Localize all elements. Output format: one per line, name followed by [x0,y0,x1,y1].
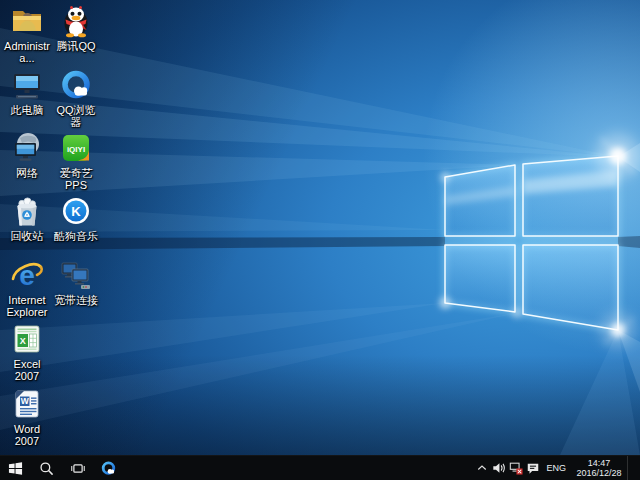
kugou-music-icon: K [59,194,93,228]
desktop-icon-word-2007[interactable]: W Word 2007 [3,387,51,447]
windows-start-icon [8,461,23,476]
this-pc-icon [10,68,44,102]
search-icon [39,461,54,476]
tray-expand-button[interactable] [473,456,490,480]
clock-time: 14:47 [573,458,625,468]
qq-browser-icon [100,460,117,477]
icon-label: 网络 [3,167,51,179]
taskbar: ENG 14:47 2016/12/28 [0,455,640,480]
internet-explorer-icon: e [10,258,44,292]
desktop-icon-recycle-bin[interactable]: 回收站 [3,194,51,242]
language-indicator[interactable]: ENG [541,456,571,480]
task-view-icon [70,461,86,476]
desktop-icon-tencent-qq[interactable]: 腾讯QQ [52,4,100,52]
icon-label: QQ浏览器 [52,104,100,128]
task-view-button[interactable] [62,456,93,480]
icon-label: Excel 2007 [3,358,51,382]
icon-label: 酷狗音乐 [52,230,100,242]
system-tray: ENG 14:47 2016/12/28 [473,456,640,480]
qq-browser-icon [59,68,93,102]
recycle-bin-icon [10,194,44,228]
word-2007-icon: W [10,387,44,421]
taskbar-qq-browser-button[interactable] [93,456,124,480]
iqiyi-pps-icon: iQIYI [59,131,93,165]
action-center-button[interactable] [524,456,541,480]
chevron-up-icon [476,462,488,474]
search-button[interactable] [31,456,62,480]
icon-label: 爱奇艺PPS [52,167,100,191]
action-center-icon [526,461,540,475]
icon-label: 宽带连接 [52,294,100,306]
volume-button[interactable] [490,456,507,480]
broadband-connection-icon [59,258,93,292]
svg-text:W: W [21,396,30,406]
icon-label: 此电脑 [3,104,51,116]
desktop-icon-this-pc[interactable]: 此电脑 [3,68,51,116]
start-button[interactable] [0,456,31,480]
taskbar-clock[interactable]: 14:47 2016/12/28 [571,456,627,480]
icon-label: 回收站 [3,230,51,242]
tencent-qq-icon [59,4,93,38]
svg-text:X: X [20,336,26,346]
desktop-icon-broadband-connection[interactable]: 宽带连接 [52,258,100,306]
desktop-icon-administrator[interactable]: Administra... [3,4,51,64]
svg-text:iQIYI: iQIYI [67,145,85,154]
icon-label: Internet Explorer [3,294,51,318]
speaker-icon [492,461,506,475]
desktop[interactable]: Administra... 腾讯QQ [0,0,640,455]
desktop-icon-internet-explorer[interactable]: e Internet Explorer [3,258,51,318]
show-desktop-button[interactable] [627,456,640,480]
excel-2007-icon: X [10,322,44,356]
desktop-icon-kugou-music[interactable]: K 酷狗音乐 [52,194,100,242]
svg-text:K: K [71,204,81,219]
network-disconnected-icon [509,461,523,475]
network-status-button[interactable] [507,456,524,480]
desktop-icon-excel-2007[interactable]: X Excel 2007 [3,322,51,382]
icon-label: Administra... [3,40,51,64]
user-folder-icon [10,4,44,38]
desktop-icon-iqiyi-pps[interactable]: iQIYI 爱奇艺PPS [52,131,100,191]
network-icon [10,131,44,165]
clock-date: 2016/12/28 [573,468,625,478]
icon-label: 腾讯QQ [52,40,100,52]
desktop-icon-network[interactable]: 网络 [3,131,51,179]
desktop-icon-qq-browser[interactable]: QQ浏览器 [52,68,100,128]
icon-label: Word 2007 [3,423,51,447]
